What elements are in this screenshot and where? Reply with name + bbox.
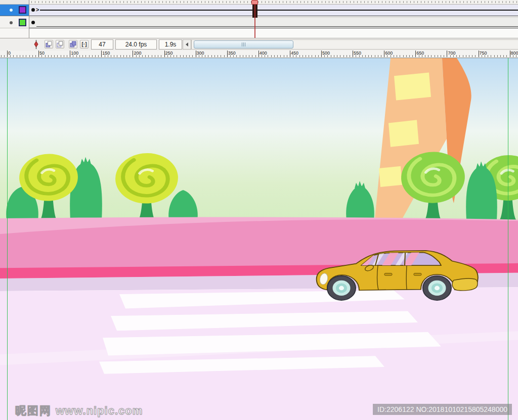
- frame-tick: [396, 1, 397, 3]
- ruler-tick: [284, 55, 284, 57]
- playhead-line: [254, 5, 255, 38]
- ruler-tick: [214, 55, 215, 57]
- site-logo-text: 昵图网: [15, 404, 52, 417]
- layer2-visibility-dot[interactable]: [10, 21, 13, 24]
- frame-tick: [315, 1, 315, 3]
- layer-row-2[interactable]: [0, 17, 29, 28]
- frame-tick: [102, 1, 103, 3]
- frame-tick: [343, 1, 343, 3]
- stage-canvas[interactable]: 昵图网www.nipic.com ID:2206122 NO:201810102…: [0, 58, 518, 420]
- building-window: [394, 72, 431, 100]
- frame-span-line: [40, 10, 518, 11]
- frame-rate-field[interactable]: 24.0 fps: [115, 39, 157, 50]
- stage-guide-left[interactable]: [7, 58, 8, 420]
- edit-multiple-frames-icon[interactable]: [69, 40, 77, 49]
- ruler-tick: [32, 55, 33, 57]
- onion-skin-icon[interactable]: [45, 40, 53, 49]
- ruler-tick: [189, 55, 190, 57]
- ruler-label: 300: [197, 51, 204, 56]
- ruler-tick: [475, 55, 476, 57]
- frame-tick: [485, 1, 485, 3]
- timeline-frames-area[interactable]: >: [29, 0, 518, 38]
- frame-tick: [67, 1, 67, 3]
- frame-tick: [463, 1, 464, 3]
- timeline-scrollbar[interactable]: [191, 39, 518, 50]
- current-frame-field[interactable]: 47: [91, 39, 113, 50]
- playhead-marker[interactable]: [251, 0, 258, 5]
- stage-guide-right[interactable]: [508, 58, 508, 420]
- ruler-major-tick: [258, 51, 259, 57]
- ruler-label: 0: [8, 51, 11, 56]
- ruler-tick: [152, 55, 152, 57]
- ruler-tick: [409, 55, 410, 57]
- ruler-tick: [435, 55, 435, 57]
- frame-tick: [141, 1, 142, 3]
- ruler-major-tick: [415, 51, 416, 57]
- scroll-left-icon[interactable]: [183, 39, 191, 50]
- ruler-major-tick: [510, 51, 510, 57]
- ruler-tick: [180, 55, 181, 57]
- modify-onion-markers-icon[interactable]: [·]: [80, 40, 89, 49]
- ruler-tick: [246, 55, 246, 57]
- frame-tick: [499, 1, 499, 3]
- ruler-tick: [488, 55, 488, 57]
- frame-tick: [322, 1, 322, 3]
- keyframe-dot[interactable]: [31, 8, 35, 12]
- ruler-tick: [491, 55, 491, 57]
- ruler-tick: [29, 55, 30, 57]
- frame-tick: [42, 1, 42, 3]
- frame-tick: [180, 1, 181, 3]
- frame-tick: [431, 1, 432, 3]
- ruler-tick: [280, 55, 281, 57]
- frame-tick: [233, 1, 234, 3]
- frame-tick: [53, 1, 53, 3]
- ruler-tick: [309, 55, 309, 57]
- ruler-label: 250: [165, 51, 173, 56]
- center-frame-icon[interactable]: [32, 39, 40, 50]
- frame-tick: [304, 1, 305, 3]
- frame-tick: [364, 1, 365, 3]
- ruler-major-tick: [447, 51, 447, 57]
- ruler-tick: [500, 55, 501, 57]
- ruler-tick: [82, 55, 83, 57]
- ruler-label: 100: [71, 51, 78, 56]
- frame-tick: [184, 1, 184, 3]
- layer1-visibility-dot[interactable]: [10, 9, 13, 12]
- keyframe-dot[interactable]: [31, 21, 35, 24]
- onion-skin-outlines-icon[interactable]: [56, 40, 64, 49]
- frame-tick: [123, 1, 124, 3]
- frame-tick: [506, 1, 506, 3]
- layers-empty-area: [0, 28, 29, 38]
- ruler-tick: [252, 55, 252, 57]
- ruler-tick: [403, 55, 404, 57]
- frame-tick: [439, 1, 439, 3]
- timeline-scrollbar-thumb[interactable]: [194, 40, 293, 49]
- ruler-tick: [155, 55, 155, 57]
- ruler-label: 200: [134, 51, 141, 56]
- ruler-label: 750: [480, 51, 487, 56]
- layer1-outline-color-swatch[interactable]: [19, 6, 26, 14]
- ruler-tick: [89, 55, 90, 57]
- frame-number-strip[interactable]: [29, 0, 518, 5]
- ruler-label: 450: [291, 51, 298, 56]
- layer2-outline-color-swatch[interactable]: [19, 19, 26, 26]
- frame-tick: [502, 1, 503, 3]
- frame-row-layer1[interactable]: >: [29, 5, 518, 16]
- document-ruler[interactable]: 0501001502002503003504004505005506006507…: [0, 51, 518, 58]
- frame-row-layer2[interactable]: [29, 17, 518, 28]
- elapsed-time-field[interactable]: 1.9s: [159, 39, 182, 50]
- layer-row-1[interactable]: [0, 5, 29, 16]
- ruler-tick: [111, 55, 111, 57]
- frame-tick: [177, 1, 177, 3]
- frame-tick: [230, 1, 230, 3]
- frame-tick: [201, 1, 202, 3]
- ruler-tick: [249, 55, 249, 57]
- frame-tick: [325, 1, 326, 3]
- frame-tick: [212, 1, 212, 3]
- frame-tick: [403, 1, 404, 3]
- ruler-tick: [158, 55, 158, 57]
- frame-tick: [516, 1, 517, 3]
- frame-tick: [300, 1, 301, 3]
- tween-arrow: >: [36, 6, 39, 13]
- frame-tick: [460, 1, 460, 3]
